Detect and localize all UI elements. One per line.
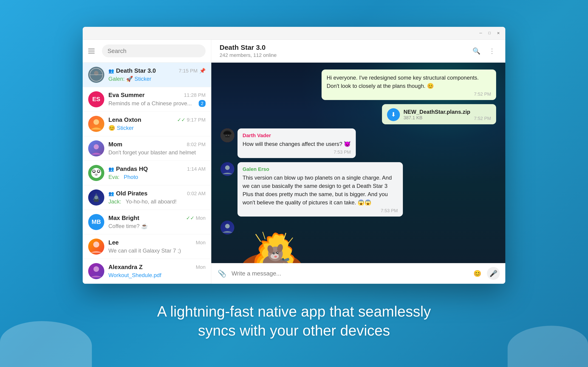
chat-name-row: Max Bright ✓✓ Mon [108, 215, 206, 222]
chat-name-row: Alexandra Z Mon [108, 264, 206, 271]
chat-info-death-star: 👥 Death Star 3.0 7:15 PM 📌 Galen: [108, 67, 206, 82]
chat-preview: Don't forget your blaster and helmet [108, 149, 206, 156]
chat-time: Mon [196, 240, 206, 246]
group-icon: 👥 [108, 191, 114, 196]
chat-info-pandas: 👥 Pandas HQ 1:14 AM Eva: Photo [108, 165, 206, 180]
chat-item-eva-summer[interactable]: ES Eva Summer 11:28 PM Reminds me of a C… [83, 87, 211, 112]
avatar-death-star [88, 67, 104, 83]
chat-item-pandas-hq[interactable]: 👥 Pandas HQ 1:14 AM Eva: Photo [83, 161, 211, 185]
group-icon: 👥 [108, 166, 114, 172]
microphone-button[interactable]: 🎤 [487, 267, 500, 280]
tagline-line2: syncs with your other devices [157, 321, 431, 340]
chat-time: 11:28 PM [184, 92, 206, 98]
chat-info-lee: Lee Mon We can call it Galaxy Star 7 ;) [108, 239, 206, 254]
chat-preview: Galen: 🚀 Sticker [108, 76, 151, 82]
chat-item-max-bright[interactable]: MB Max Bright ✓✓ Mon Coffee time? ☕ [83, 210, 211, 234]
chat-name-row: Mom 8:02 PM [108, 141, 206, 148]
attach-button[interactable]: 📎 [217, 268, 227, 278]
group-icon: 👥 [108, 68, 114, 74]
chat-item-lena-oxton[interactable]: Lena Oxton ✓✓ 9:17 PM 😊 Sticker [83, 112, 211, 136]
avatar-old-pirates [88, 190, 104, 206]
menu-button[interactable] [88, 46, 97, 56]
chat-item-lee[interactable]: Lee Mon We can call it Galaxy Star 7 ;) [83, 234, 211, 259]
chat-info-max-bright: Max Bright ✓✓ Mon Coffee time? ☕ [108, 215, 206, 229]
svg-point-20 [93, 242, 99, 248]
avatar-mom [88, 140, 104, 156]
chat-subtitle: 242 members, 112 online [220, 52, 277, 58]
sidebar: 👥 Death Star 3.0 7:15 PM 📌 Galen: [83, 40, 211, 284]
chat-time: 1:14 AM [187, 166, 206, 172]
chat-header-actions: 🔍 ⋮ [471, 46, 497, 56]
chat-item-death-star[interactable]: 👥 Death Star 3.0 7:15 PM 📌 Galen: [83, 63, 211, 87]
chat-time: 0:02 AM [187, 191, 206, 197]
chat-name-row: 👥 Death Star 3.0 7:15 PM 📌 [108, 67, 206, 74]
svg-line-48 [288, 238, 293, 244]
more-options-button[interactable]: ⋮ [487, 46, 497, 56]
chat-item-old-pirates[interactable]: 👥 Old Pirates 0:02 AM Jack: Yo-ho-ho, al… [83, 185, 211, 210]
message-file-1: ⬇ NEW_DeathStar.plans.zip 387.1 KB 7:52 … [382, 104, 496, 124]
svg-point-5 [94, 119, 99, 125]
chat-preview: Eva: Photo [108, 174, 206, 180]
message-text: This version can blow up two planets on … [242, 174, 398, 207]
message-content: Darth Vader How will these changes affec… [237, 128, 356, 158]
main-content: 👥 Death Star 3.0 7:15 PM 📌 Galen: [83, 40, 505, 284]
sticker-message [237, 221, 306, 263]
chat-preview: We can call it Galaxy Star 7 ;) [108, 248, 206, 254]
message-text: How will these changes affect the users?… [242, 140, 351, 148]
message-time: 7:52 PM [327, 92, 491, 97]
close-button[interactable]: ✕ [496, 31, 501, 35]
chat-header-info: Death Star 3.0 242 members, 112 online [220, 44, 277, 58]
avatar-lena-oxton [88, 116, 104, 132]
svg-point-40 [274, 252, 275, 253]
sidebar-header [83, 40, 211, 63]
message-sender: Galen Erso [242, 166, 398, 172]
chat-name-row: Lena Oxton ✓✓ 9:17 PM [108, 116, 206, 123]
chat-preview: Reminds me of a Chinese prove... [108, 100, 192, 107]
svg-point-22 [94, 266, 99, 272]
maximize-button[interactable]: □ [487, 31, 492, 35]
chat-time: 9:17 PM [187, 117, 206, 123]
chat-item-alexandra-z[interactable]: Alexandra Z Mon Workout_Shedule.pdf [83, 259, 211, 284]
chat-name-row: Lee Mon [108, 239, 206, 246]
svg-point-7 [94, 144, 99, 149]
avatar-darth-vader [221, 128, 234, 142]
tagline-line1: A lightning-fast native app that seamles… [157, 302, 431, 321]
file-size: 387.1 KB [404, 115, 470, 120]
tagline: A lightning-fast native app that seamles… [157, 302, 431, 340]
svg-rect-27 [228, 135, 229, 136]
download-icon: ⬇ [387, 108, 400, 121]
pin-icon: 📌 [199, 68, 206, 74]
chat-info-mom: Mom 8:02 PM Don't forget your blaster an… [108, 141, 206, 156]
chat-area: Death Star 3.0 242 members, 112 online 🔍… [211, 40, 505, 284]
search-input[interactable] [107, 48, 200, 55]
search-box[interactable] [102, 44, 206, 57]
preview-row: Reminds me of a Chinese prove... 2 [108, 100, 206, 107]
svg-point-29 [225, 165, 230, 170]
message-bubble: Darth Vader How will these changes affec… [237, 128, 356, 158]
file-attachment[interactable]: ⬇ NEW_DeathStar.plans.zip 387.1 KB 7:52 … [382, 104, 496, 124]
chat-time: 7:15 PM [179, 68, 198, 74]
chat-item-mom[interactable]: Mom 8:02 PM Don't forget your blaster an… [83, 136, 211, 161]
chat-name: Max Bright [108, 215, 139, 222]
message-input-area: 📎 😊 🎤 [211, 263, 505, 284]
chat-info-alexandra: Alexandra Z Mon Workout_Shedule.pdf [108, 264, 206, 278]
unread-badge: 2 [199, 100, 206, 107]
svg-point-18 [95, 196, 98, 199]
svg-point-13 [98, 170, 99, 172]
chat-name: Mom [108, 141, 122, 148]
emoji-button[interactable]: 😊 [472, 268, 482, 278]
svg-point-41 [277, 252, 278, 253]
chat-name: Lena Oxton [108, 116, 141, 123]
svg-point-12 [93, 170, 95, 172]
chat-preview: 😊 Sticker [108, 125, 134, 131]
avatar-pandas-hq [88, 165, 104, 181]
file-name: NEW_DeathStar.plans.zip [404, 109, 470, 115]
search-chat-button[interactable]: 🔍 [471, 46, 481, 56]
minimize-button[interactable]: ─ [478, 31, 483, 35]
preview-row: Galen: 🚀 Sticker [108, 76, 206, 82]
chat-name: Eva Summer [108, 92, 145, 99]
chat-name: 👥 Old Pirates [108, 190, 147, 197]
message-input[interactable] [232, 270, 468, 277]
chat-preview: Jack: Yo-ho-ho, all aboard! [108, 198, 206, 205]
chat-header: Death Star 3.0 242 members, 112 online 🔍… [211, 40, 505, 63]
